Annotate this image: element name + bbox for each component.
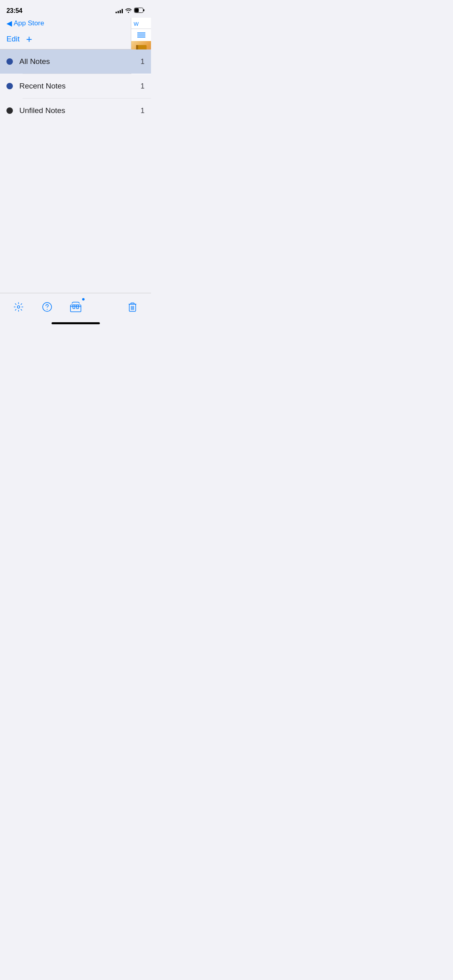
status-bar: 23:54: [0, 0, 151, 18]
back-label: App Store: [14, 19, 44, 27]
svg-rect-1: [143, 9, 145, 11]
add-button[interactable]: +: [26, 34, 32, 44]
back-chevron-icon: ◀: [6, 20, 12, 27]
unfiled-notes-label: Unfiled Notes: [19, 106, 141, 115]
status-time: 23:54: [6, 7, 22, 14]
notes-list: All Notes 1 Recent Notes 1 Unfiled Notes…: [0, 49, 151, 304]
home-indicator: [0, 319, 151, 327]
all-notes-label: All Notes: [19, 57, 141, 66]
right-panel-header: W: [131, 18, 151, 29]
marketplace-badge: [81, 297, 85, 301]
back-navigation[interactable]: ◀ App Store: [0, 18, 151, 31]
unfiled-notes-count: 1: [141, 107, 145, 115]
back-link[interactable]: ◀ App Store: [6, 19, 145, 27]
unfiled-notes-item[interactable]: Unfiled Notes 1: [0, 99, 151, 123]
right-panel-menu: [131, 29, 151, 41]
right-panel-title: W: [134, 21, 149, 27]
toolbar-left: Edit +: [6, 34, 32, 44]
unfiled-notes-dot: [6, 107, 13, 114]
recent-notes-item[interactable]: Recent Notes 1: [0, 74, 151, 98]
help-button[interactable]: [38, 298, 56, 316]
bottom-icons: [0, 293, 151, 319]
svg-rect-2: [135, 8, 139, 12]
settings-button[interactable]: [10, 298, 27, 316]
home-bar: [52, 322, 100, 324]
all-notes-dot: [6, 58, 13, 65]
status-icons: [116, 7, 145, 14]
recent-notes-dot: [6, 83, 13, 89]
svg-point-12: [17, 306, 20, 308]
all-notes-item[interactable]: All Notes 1: [0, 49, 151, 74]
toolbar: Edit +: [0, 31, 151, 49]
battery-icon: [134, 7, 145, 14]
edit-button[interactable]: Edit: [6, 35, 20, 43]
signal-bars-icon: [116, 8, 123, 13]
marketplace-button[interactable]: [67, 298, 85, 316]
svg-rect-15: [70, 305, 81, 312]
svg-point-14: [47, 309, 48, 310]
all-notes-count: 1: [141, 58, 145, 66]
recent-notes-label: Recent Notes: [19, 82, 141, 91]
wifi-icon: [125, 7, 132, 14]
trash-button[interactable]: [124, 298, 141, 316]
empty-space: [0, 123, 151, 304]
bottom-toolbar: [0, 293, 151, 327]
recent-notes-count: 1: [141, 82, 145, 91]
